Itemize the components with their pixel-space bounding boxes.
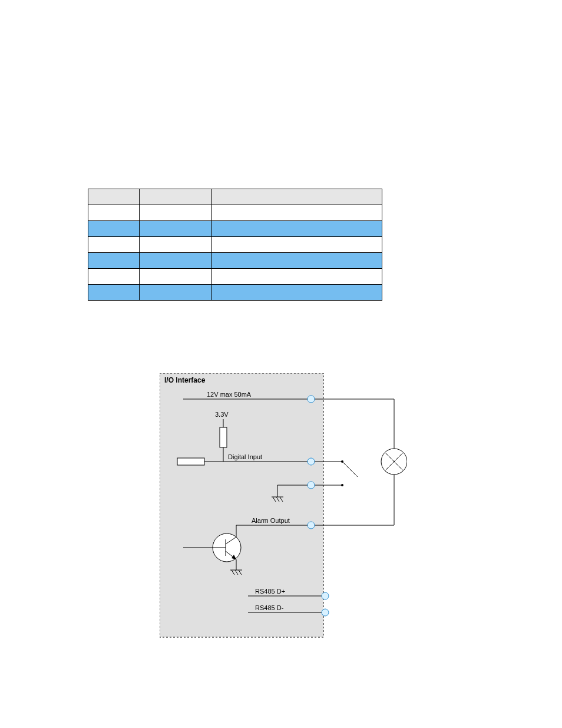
cell	[88, 237, 140, 253]
col-2-header	[139, 189, 211, 205]
terminal-icon	[308, 522, 315, 529]
cell	[139, 237, 211, 253]
svg-rect-0	[160, 373, 323, 637]
table-header-row	[88, 189, 382, 205]
table-row	[88, 221, 382, 237]
terminal-icon	[308, 458, 315, 465]
digital-input-label: Digital Input	[228, 453, 262, 460]
logic-voltage-label: 3.3V	[215, 411, 229, 418]
cell	[88, 285, 140, 301]
terminal-icon	[308, 396, 315, 403]
cell	[88, 269, 140, 285]
diagram-title: I/O Interface	[164, 376, 206, 384]
terminal-icon	[322, 592, 329, 599]
switch-icon	[342, 462, 358, 477]
cell	[139, 269, 211, 285]
cell	[211, 269, 382, 285]
cell	[139, 253, 211, 269]
col-1-header	[88, 189, 140, 205]
terminal-icon	[322, 609, 329, 616]
cell	[211, 237, 382, 253]
table-row	[88, 253, 382, 269]
cell	[211, 285, 382, 301]
cell	[139, 221, 211, 237]
cell	[211, 205, 382, 221]
cell	[139, 285, 211, 301]
pin-table	[88, 189, 382, 301]
power-label: 12V max 50mA	[207, 391, 252, 398]
table-row	[88, 237, 382, 253]
table-row	[88, 205, 382, 221]
resistor-icon	[177, 458, 204, 465]
io-interface-diagram: I/O Interface 12V max 50mA 3.3V Digital …	[160, 373, 407, 674]
cell	[211, 253, 382, 269]
lamp-icon	[381, 449, 407, 475]
alarm-output-label: Alarm Output	[252, 517, 290, 524]
rs485-dplus-label: RS485 D+	[255, 588, 285, 595]
cell	[88, 221, 140, 237]
table-row	[88, 285, 382, 301]
cell	[139, 205, 211, 221]
table-row	[88, 269, 382, 285]
terminal-icon	[308, 482, 315, 489]
rs485-dminus-label: RS485 D-	[255, 604, 284, 611]
cell	[88, 253, 140, 269]
col-3-header	[211, 189, 382, 205]
resistor-icon	[220, 427, 227, 447]
cell	[211, 221, 382, 237]
cell	[88, 205, 140, 221]
